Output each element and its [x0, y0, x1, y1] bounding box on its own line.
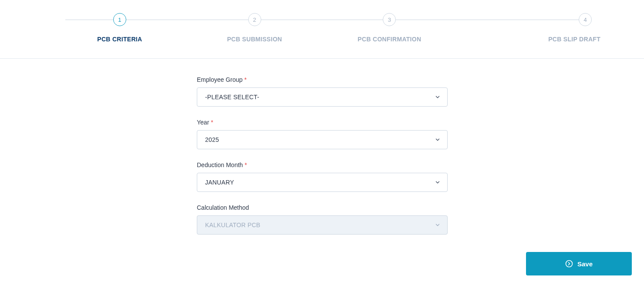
label-text: Calculation Method	[197, 204, 249, 211]
employee-group-select[interactable]: -PLEASE SELECT-	[197, 87, 448, 107]
step-number: 2	[248, 13, 261, 26]
select-wrap: KALKULATOR PCB	[197, 215, 448, 235]
label-calculation-method: Calculation Method	[197, 204, 448, 211]
form-panel: Employee Group* -PLEASE SELECT- Year* 20…	[0, 58, 644, 292]
label-text: Deduction Month	[197, 161, 243, 168]
calculation-method-select: KALKULATOR PCB	[197, 215, 448, 235]
step-label: PCB SLIP DRAFT	[548, 36, 600, 43]
step-number: 3	[383, 13, 396, 26]
step-label: PCB CONFIRMATION	[357, 36, 421, 43]
select-wrap: JANUARY	[197, 173, 448, 192]
deduction-month-select[interactable]: JANUARY	[197, 173, 448, 192]
label-text: Year	[197, 119, 209, 126]
step-number: 4	[579, 13, 592, 26]
field-employee-group: Employee Group* -PLEASE SELECT-	[197, 76, 448, 107]
step-pcb-submission[interactable]: 2 PCB SUBMISSION	[187, 13, 322, 43]
year-select[interactable]: 2025	[197, 130, 448, 149]
field-deduction-month: Deduction Month* JANUARY	[197, 161, 448, 192]
label-employee-group: Employee Group*	[197, 76, 448, 83]
save-button-label: Save	[577, 260, 593, 268]
required-marker: *	[211, 119, 213, 126]
label-year: Year*	[197, 119, 448, 126]
step-pcb-confirmation[interactable]: 3 PCB CONFIRMATION	[322, 13, 457, 43]
select-wrap: 2025	[197, 130, 448, 149]
form-area: Employee Group* -PLEASE SELECT- Year* 20…	[197, 76, 448, 235]
save-button[interactable]: Save	[526, 252, 632, 275]
action-row: Save	[0, 252, 644, 275]
step-pcb-slip-draft[interactable]: 4 PCB SLIP DRAFT	[457, 13, 592, 43]
step-label: PCB CRITERIA	[97, 36, 142, 43]
step-number: 1	[113, 13, 126, 26]
stepper-line	[65, 20, 579, 20]
required-marker: *	[244, 76, 246, 83]
field-year: Year* 2025	[197, 119, 448, 149]
circle-arrow-right-icon	[565, 260, 573, 268]
svg-point-0	[566, 261, 572, 267]
select-wrap: -PLEASE SELECT-	[197, 87, 448, 107]
field-calculation-method: Calculation Method KALKULATOR PCB	[197, 204, 448, 235]
step-pcb-criteria[interactable]: 1 PCB CRITERIA	[52, 13, 187, 43]
step-label: PCB SUBMISSION	[227, 36, 282, 43]
label-text: Employee Group	[197, 76, 243, 83]
stepper: 1 PCB CRITERIA 2 PCB SUBMISSION 3 PCB CO…	[0, 0, 644, 58]
required-marker: *	[245, 161, 247, 168]
label-deduction-month: Deduction Month*	[197, 161, 448, 168]
